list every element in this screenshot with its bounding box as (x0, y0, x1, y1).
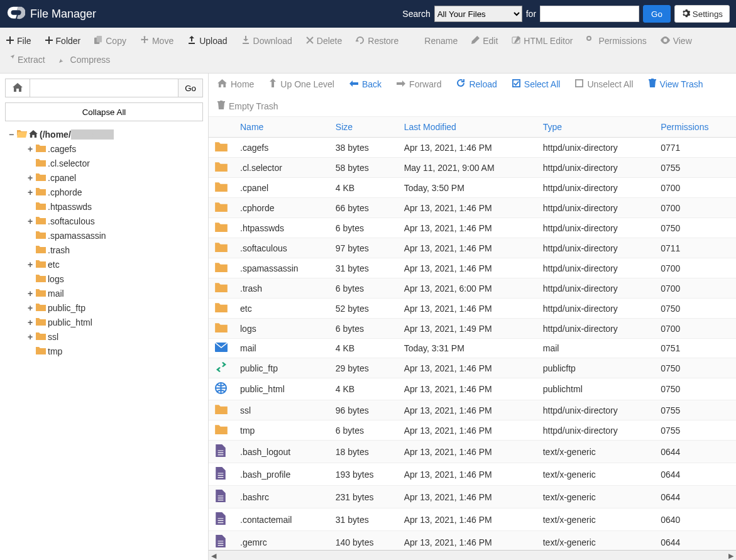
table-row[interactable]: mail4 KBToday, 3:31 PMmail0751 (209, 339, 736, 358)
scroll-right-icon[interactable]: ▶ (728, 552, 733, 560)
expand-icon[interactable]: + (26, 142, 34, 156)
nav-reload-button[interactable]: Reload (456, 79, 497, 89)
scroll-left-icon[interactable]: ◀ (211, 552, 216, 560)
cell-permissions: 0700 (654, 278, 736, 299)
expand-icon[interactable]: + (26, 316, 34, 330)
expand-icon[interactable]: + (26, 171, 34, 185)
rename-button[interactable]: Rename (412, 31, 458, 50)
new-file-button[interactable]: File (6, 31, 31, 50)
table-row[interactable]: public_html4 KBApr 13, 2021, 1:46 PMpubl… (209, 378, 736, 400)
expand-icon[interactable]: + (26, 214, 34, 229)
search-scope-select[interactable]: All Your Files (434, 6, 522, 22)
download-button[interactable]: Download (241, 31, 292, 50)
col-type[interactable]: Type (537, 117, 654, 138)
permissions-button[interactable]: Permissions (586, 31, 646, 50)
sidebar-home-button[interactable] (5, 79, 30, 97)
col-icon[interactable] (209, 117, 234, 138)
tree-root[interactable]: − (/home/x (5, 128, 203, 142)
table-row[interactable]: public_ftp29 bytesApr 13, 2021, 1:46 PMp… (209, 358, 736, 378)
nav-home-button[interactable]: Home (217, 79, 254, 89)
table-row[interactable]: .spamassassin31 bytesApr 13, 2021, 1:46 … (209, 258, 736, 278)
tree-item-label: etc (48, 258, 60, 272)
nav-forward-button[interactable]: Forward (397, 79, 441, 89)
compress-button[interactable]: Compress (59, 50, 111, 69)
settings-button[interactable]: Settings (674, 5, 730, 23)
table-row[interactable]: .contactemail31 bytesApr 13, 2021, 1:46 … (209, 508, 736, 531)
nav-back-button[interactable]: Back (349, 79, 382, 89)
tree-item[interactable]: .cl.selector (5, 156, 203, 171)
tree-item[interactable]: .spamassassin (5, 229, 203, 243)
tree-item[interactable]: +.cphorde (5, 185, 203, 200)
copy-button[interactable]: Copy (94, 31, 126, 50)
row-icon (209, 319, 234, 339)
expand-icon[interactable]: + (26, 301, 34, 316)
tree-item[interactable]: +public_ftp (5, 301, 203, 316)
tree-item[interactable]: logs (5, 272, 203, 287)
table-row[interactable]: .cphorde66 bytesApr 13, 2021, 1:46 PMhtt… (209, 198, 736, 218)
table-row[interactable]: .gemrc140 bytesApr 13, 2021, 1:46 PMtext… (209, 531, 736, 551)
tree-item[interactable]: +mail (5, 287, 203, 301)
nav-up-button[interactable]: Up One Level (269, 79, 334, 89)
col-size[interactable]: Size (329, 117, 398, 138)
cell-permissions: 0755 (654, 158, 736, 178)
expand-icon[interactable]: + (26, 287, 34, 301)
cell-name: tmp (234, 420, 329, 441)
path-input[interactable] (30, 79, 179, 97)
table-row[interactable]: .cpanel4 KBToday, 3:50 PMhttpd/unix-dire… (209, 178, 736, 198)
nav-select-all-button[interactable]: Select All (512, 79, 561, 89)
row-icon (209, 420, 234, 441)
tree-item[interactable]: +.cagefs (5, 142, 203, 156)
table-row[interactable]: .bashrc231 bytesApr 13, 2021, 1:46 PMtex… (209, 486, 736, 508)
tree-item[interactable]: +.softaculous (5, 214, 203, 229)
expand-icon[interactable]: + (26, 185, 34, 200)
table-row[interactable]: .bash_logout18 bytesApr 13, 2021, 1:46 P… (209, 441, 736, 463)
tree-item-label: .htpasswds (48, 200, 92, 214)
collapse-icon[interactable]: − (8, 128, 15, 142)
col-name[interactable]: Name (234, 117, 329, 138)
row-icon (209, 238, 234, 258)
tree-item[interactable]: +.cpanel (5, 171, 203, 185)
table-row[interactable]: .softaculous97 bytesApr 13, 2021, 1:46 P… (209, 238, 736, 258)
table-row[interactable]: .bash_profile193 bytesApr 13, 2021, 1:46… (209, 463, 736, 486)
table-row[interactable]: logs6 bytesApr 13, 2021, 1:49 PMhttpd/un… (209, 319, 736, 339)
upload-button[interactable]: Upload (187, 31, 227, 50)
collapse-all-button[interactable]: Collapse All (5, 102, 203, 121)
move-button[interactable]: Move (140, 31, 173, 50)
delete-button[interactable]: Delete (306, 31, 342, 50)
search-go-button[interactable]: Go (643, 5, 671, 23)
tree-item[interactable]: +etc (5, 258, 203, 272)
expand-icon[interactable]: + (26, 330, 34, 344)
extract-button[interactable]: Extract (6, 50, 45, 69)
view-button[interactable]: View (661, 31, 692, 50)
nav-view-trash-button[interactable]: View Trash (649, 79, 703, 89)
new-folder-button[interactable]: Folder (45, 31, 81, 50)
tree-item[interactable]: .trash (5, 243, 203, 258)
tree-item[interactable]: .htpasswds (5, 200, 203, 214)
tree-item[interactable]: +public_html (5, 316, 203, 330)
horizontal-scrollbar[interactable]: ◀▶ (209, 550, 736, 560)
col-permissions[interactable]: Permissions (654, 117, 736, 138)
tree-item[interactable]: +ssl (5, 330, 203, 344)
nav-empty-trash-button[interactable]: Empty Trash (217, 101, 278, 111)
folder-icon (36, 316, 46, 330)
html-editor-button[interactable]: HTML Editor (512, 31, 573, 50)
cell-permissions: 0640 (654, 508, 736, 531)
col-modified[interactable]: Last Modified (398, 117, 537, 138)
cell-modified: Apr 13, 2021, 1:46 PM (398, 358, 537, 378)
table-row[interactable]: .cl.selector58 bytesMay 11, 2021, 9:00 A… (209, 158, 736, 178)
nav-unselect-all-button[interactable]: Unselect All (575, 79, 633, 89)
tree-item[interactable]: tmp (5, 344, 203, 359)
table-row[interactable]: tmp6 bytesApr 13, 2021, 1:46 PMhttpd/uni… (209, 420, 736, 441)
restore-button[interactable]: Restore (356, 31, 398, 50)
table-row[interactable]: .cagefs38 bytesApr 13, 2021, 1:46 PMhttp… (209, 138, 736, 158)
search-input[interactable] (540, 6, 639, 22)
file-table-wrap[interactable]: Name Size Last Modified Type Permissions… (209, 117, 736, 550)
cell-type: text/x-generic (537, 463, 654, 486)
edit-button[interactable]: Edit (471, 31, 498, 50)
table-row[interactable]: etc52 bytesApr 13, 2021, 1:46 PMhttpd/un… (209, 299, 736, 319)
table-row[interactable]: .trash6 bytesApr 13, 2021, 6:00 PMhttpd/… (209, 278, 736, 299)
table-row[interactable]: .htpasswds6 bytesApr 13, 2021, 1:46 PMht… (209, 218, 736, 238)
table-row[interactable]: ssl96 bytesApr 13, 2021, 1:46 PMhttpd/un… (209, 400, 736, 420)
sidebar-go-button[interactable]: Go (179, 79, 203, 97)
expand-icon[interactable]: + (26, 258, 34, 272)
